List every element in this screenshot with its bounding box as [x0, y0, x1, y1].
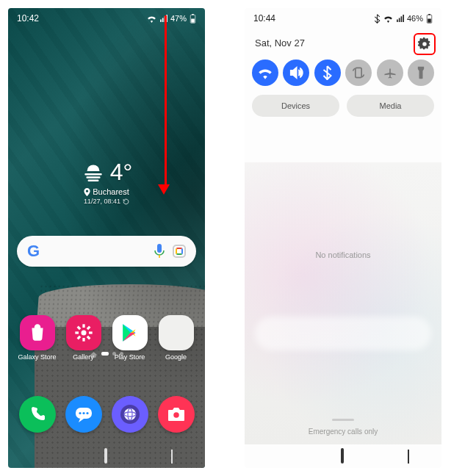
no-notifications-text: No notifications [245, 250, 441, 259]
status-bar: 10:44 46% [245, 8, 441, 29]
location-icon [84, 188, 90, 196]
lens-icon[interactable] [173, 245, 186, 258]
wifi-icon [383, 15, 393, 23]
toggle-bluetooth[interactable] [314, 60, 341, 86]
mic-icon[interactable] [154, 244, 165, 259]
dock [8, 396, 205, 436]
svg-point-20 [86, 412, 88, 414]
svg-line-16 [87, 327, 89, 329]
svg-point-18 [79, 412, 81, 414]
weather-fog-icon [81, 160, 106, 185]
weather-location: Bucharest [93, 187, 129, 196]
battery-pct: 46% [407, 14, 423, 23]
nav-back-icon[interactable] [408, 450, 409, 463]
bluetooth-icon [374, 14, 381, 24]
page-indicator[interactable] [8, 352, 205, 358]
svg-rect-29 [428, 18, 431, 22]
emergency-text: Emergency calls only [245, 428, 441, 436]
toggle-rotate[interactable] [345, 60, 372, 86]
battery-icon [426, 14, 433, 24]
toggle-sound[interactable] [283, 60, 309, 86]
nav-back-icon[interactable] [171, 450, 173, 463]
toggle-flashlight[interactable] [408, 60, 434, 86]
svg-line-15 [77, 336, 79, 339]
toggle-wifi[interactable] [252, 60, 278, 86]
shade-pills: Devices Media [252, 95, 434, 117]
status-time: 10:42 [17, 13, 39, 24]
app-messages[interactable] [63, 396, 104, 436]
svg-rect-6 [157, 244, 162, 253]
devices-button[interactable]: Devices [252, 95, 339, 117]
svg-point-19 [82, 412, 84, 414]
svg-line-13 [77, 327, 79, 329]
toggle-airplane[interactable] [377, 60, 403, 86]
wallpaper-pedestal [8, 284, 205, 468]
media-button[interactable]: Media [347, 95, 434, 117]
weather-temp: 4° [110, 159, 133, 186]
nav-bar [245, 444, 441, 468]
status-time: 10:44 [253, 13, 275, 24]
signal-icon [396, 15, 404, 23]
svg-line-14 [87, 336, 89, 339]
svg-rect-3 [84, 173, 101, 175]
battery-icon [190, 14, 196, 24]
svg-rect-1 [192, 14, 194, 15]
svg-point-22 [124, 408, 136, 420]
status-right: 46% [374, 14, 433, 24]
svg-rect-28 [428, 14, 430, 15]
shade-date: Sat, Nov 27 [255, 37, 305, 48]
quick-toggles [252, 60, 434, 86]
svg-rect-5 [87, 179, 98, 181]
nav-home-icon[interactable] [341, 450, 344, 463]
svg-rect-2 [191, 18, 195, 22]
svg-point-8 [81, 331, 86, 336]
app-browser[interactable] [109, 396, 151, 436]
app-phone[interactable] [17, 396, 58, 436]
shade-handle[interactable] [332, 419, 354, 421]
annotation-settings-highlight [414, 33, 436, 55]
notification-shade: 10:44 46% Sat, Nov 27 Devices Media No n… [245, 8, 441, 468]
settings-icon[interactable] [417, 37, 432, 51]
google-search-bar[interactable]: G [17, 236, 196, 267]
app-camera[interactable] [156, 396, 197, 436]
nav-bar [8, 444, 205, 468]
weather-widget[interactable]: 4° Bucharest 11/27, 08:41 [8, 159, 205, 205]
status-bar: 10:42 47% [8, 8, 205, 29]
nav-home-icon[interactable] [104, 450, 107, 463]
svg-rect-30 [356, 68, 361, 77]
weather-timestamp: 11/27, 08:41 [84, 198, 120, 205]
google-logo-icon: G [27, 242, 40, 261]
status-right: 47% [147, 14, 196, 24]
refresh-icon [123, 198, 129, 205]
annotation-swipe-arrow [162, 15, 170, 195]
battery-pct: 47% [170, 14, 187, 23]
wifi-icon [147, 15, 156, 23]
shade-background [245, 162, 441, 444]
svg-rect-4 [86, 176, 100, 178]
home-screen: 10:42 47% 4° Bucharest 11/27, 08:41 G [8, 8, 205, 468]
